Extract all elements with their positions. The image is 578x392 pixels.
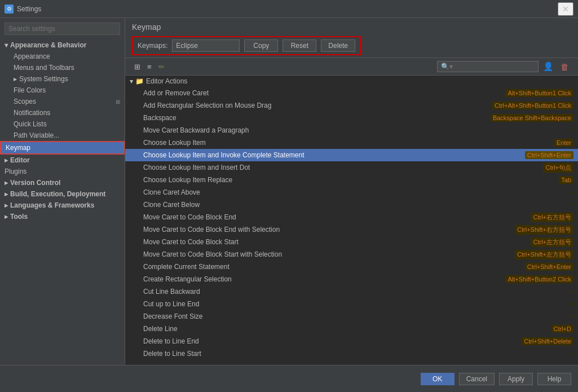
group-folder-icon: 📁	[135, 77, 144, 85]
keymap-select[interactable]: Eclipse Default Mac OS X Emacs NetBeans …	[172, 39, 240, 52]
bottom-bar: OK Cancel Apply Help	[0, 365, 578, 392]
sidebar-item-label: Appearance	[14, 52, 50, 60]
cancel-button[interactable]: Cancel	[459, 373, 495, 385]
content-area: Keymap Keymaps: Eclipse Default Mac OS X…	[125, 18, 578, 365]
tree-item[interactable]: Cut up to Line End	[125, 298, 578, 310]
toolbar-left: ⊞ ≡ ✏	[132, 61, 167, 72]
sidebar-search-input[interactable]	[5, 23, 120, 35]
apply-button[interactable]: Apply	[499, 373, 533, 385]
sidebar-item-quick-lists[interactable]: Quick Lists	[0, 118, 125, 130]
scopes-icon: ⊞	[116, 99, 120, 105]
tree-item[interactable]: Create Rectangular Selection Alt+Shift+B…	[125, 273, 578, 285]
tree-item[interactable]: Complete Current Statement Ctrl+Shift+En…	[125, 261, 578, 273]
search-actions-input[interactable]	[437, 61, 539, 72]
expand-icon: ▶	[5, 214, 8, 219]
sidebar-item-label: Quick Lists	[14, 120, 47, 128]
tree-item[interactable]: Delete to Line End Ctrl+Shift+Delete	[125, 335, 578, 347]
help-button[interactable]: Help	[537, 373, 571, 385]
sidebar-item-scopes[interactable]: Scopes ⊞	[0, 96, 125, 107]
sidebar-item-notifications[interactable]: Notifications	[0, 107, 125, 118]
tree-item[interactable]: Move Caret to Code Block End Ctrl+右方括号	[125, 211, 578, 223]
content-title: Keymap	[132, 23, 571, 32]
tree-group-header[interactable]: ▶ 📁 Editor Actions	[125, 76, 578, 87]
tree-item[interactable]: Choose Lookup Item Enter	[125, 136, 578, 149]
expand-icon: ▶	[14, 77, 17, 82]
sidebar-group-label: Languages & Frameworks	[10, 201, 94, 209]
tree-item[interactable]: Backspace Backspace Shift+Backspace	[125, 112, 578, 124]
delete-button[interactable]: Delete	[321, 39, 355, 52]
tree-item[interactable]: Delete to Line Start	[125, 347, 578, 360]
expand-icon: ▶	[5, 158, 8, 163]
tree-item[interactable]: Clone Caret Above	[125, 186, 578, 199]
content-header: Keymap Keymaps: Eclipse Default Mac OS X…	[125, 18, 578, 58]
sidebar-item-path-variable[interactable]: Path Variable...	[0, 130, 125, 141]
sidebar-item-label: Keymap	[6, 144, 30, 152]
tree-item[interactable]: Add Rectangular Selection on Mouse Drag …	[125, 99, 578, 112]
tree-item[interactable]: Move Caret to Code Block End with Select…	[125, 223, 578, 236]
sidebar-item-file-colors[interactable]: File Colors	[0, 85, 125, 96]
sidebar-group-label: Tools	[10, 213, 28, 221]
sidebar-group-label: Version Control	[10, 179, 60, 187]
app-icon: ⚙	[5, 5, 14, 14]
sidebar-item-tools[interactable]: ▶ Tools	[0, 211, 125, 222]
keymap-select-wrapper: Eclipse Default Mac OS X Emacs NetBeans …	[172, 39, 240, 52]
sidebar: ▶ Appearance & Behavior Appearance Menus…	[0, 18, 125, 365]
sidebar-item-version-control[interactable]: ▶ Version Control	[0, 177, 125, 188]
tree-area: ▶ 📁 Editor Actions Add or Remove Caret A…	[125, 76, 578, 365]
user-icon-button[interactable]: 👤	[541, 60, 556, 73]
sidebar-item-label: Path Variable...	[14, 131, 59, 139]
sidebar-item-label: System Settings	[19, 75, 68, 83]
sidebar-item-plugins[interactable]: Plugins	[0, 166, 125, 177]
tree-item[interactable]: Move Caret to Code Block Start Ctrl+左方括号	[125, 236, 578, 248]
tree-item[interactable]: Add or Remove Caret Alt+Shift+Button1 Cl…	[125, 87, 578, 99]
expand-icon: ▶	[5, 203, 8, 208]
sidebar-search-container	[0, 20, 125, 37]
group-expand-icon: ▶	[129, 80, 134, 83]
tree-item[interactable]: Cut Line Backward	[125, 285, 578, 298]
sidebar-group-label: Editor	[10, 156, 30, 164]
sidebar-item-languages-frameworks[interactable]: ▶ Languages & Frameworks	[0, 200, 125, 211]
sidebar-item-label: File Colors	[14, 86, 46, 94]
sidebar-item-appearance-behavior[interactable]: ▶ Appearance & Behavior	[0, 39, 125, 51]
delete-shortcut-button[interactable]: 🗑	[558, 61, 571, 73]
tree-item[interactable]: Move Caret Backward a Paragraph	[125, 124, 578, 136]
remove-action-button[interactable]: ≡	[145, 61, 154, 72]
tree-item[interactable]: Clone Caret Below	[125, 199, 578, 211]
sidebar-group-label: Build, Execution, Deployment	[10, 190, 105, 198]
sidebar-item-label: Scopes	[14, 98, 36, 105]
ok-button[interactable]: OK	[421, 373, 455, 385]
group-label: Editor Actions	[146, 77, 187, 85]
copy-button[interactable]: Copy	[244, 39, 278, 52]
reset-button[interactable]: Reset	[283, 39, 316, 52]
sidebar-item-system-settings[interactable]: ▶ System Settings	[0, 73, 125, 85]
sidebar-item-label: Notifications	[14, 109, 50, 117]
tree-item[interactable]: Choose Lookup Item Replace Tab	[125, 174, 578, 186]
sidebar-item-menus-toolbars[interactable]: Menus and Toolbars	[0, 62, 125, 73]
keymap-controls-box: Keymaps: Eclipse Default Mac OS X Emacs …	[132, 36, 361, 55]
title-bar: ⚙ Settings ✕	[0, 0, 578, 18]
expand-icon: ▶	[5, 180, 8, 186]
close-button[interactable]: ✕	[558, 2, 573, 16]
expand-icon: ▶	[4, 43, 9, 47]
sidebar-group-label: Appearance & Behavior	[10, 41, 86, 49]
keymap-label: Keymaps:	[138, 42, 167, 50]
sidebar-item-keymap[interactable]: Keymap	[0, 141, 125, 155]
tree-item-selected[interactable]: Choose Lookup Item and Invoke Complete S…	[125, 149, 578, 161]
tree-item[interactable]: Move Caret to Code Block Start with Sele…	[125, 248, 578, 261]
tree-item[interactable]: Delete Line Ctrl+D	[125, 323, 578, 335]
sidebar-item-label: Menus and Toolbars	[14, 64, 74, 72]
toolbar-row: ⊞ ≡ ✏ 👤 🗑	[125, 58, 578, 76]
sidebar-item-build-exec-deploy[interactable]: ▶ Build, Execution, Deployment	[0, 188, 125, 200]
sidebar-item-label: Plugins	[5, 168, 27, 175]
main-layout: ▶ Appearance & Behavior Appearance Menus…	[0, 18, 578, 365]
expand-icon: ▶	[5, 192, 8, 197]
window-title: Settings	[17, 5, 554, 13]
tree-item[interactable]: Choose Lookup Item and Insert Dot Ctrl+句…	[125, 161, 578, 174]
sidebar-item-editor[interactable]: ▶ Editor	[0, 155, 125, 166]
search-box-right: 👤 🗑	[437, 60, 571, 73]
edit-action-button[interactable]: ✏	[156, 61, 167, 72]
add-action-button[interactable]: ⊞	[132, 61, 143, 72]
tree-item[interactable]: Decrease Font Size	[125, 310, 578, 323]
sidebar-item-appearance[interactable]: Appearance	[0, 51, 125, 62]
